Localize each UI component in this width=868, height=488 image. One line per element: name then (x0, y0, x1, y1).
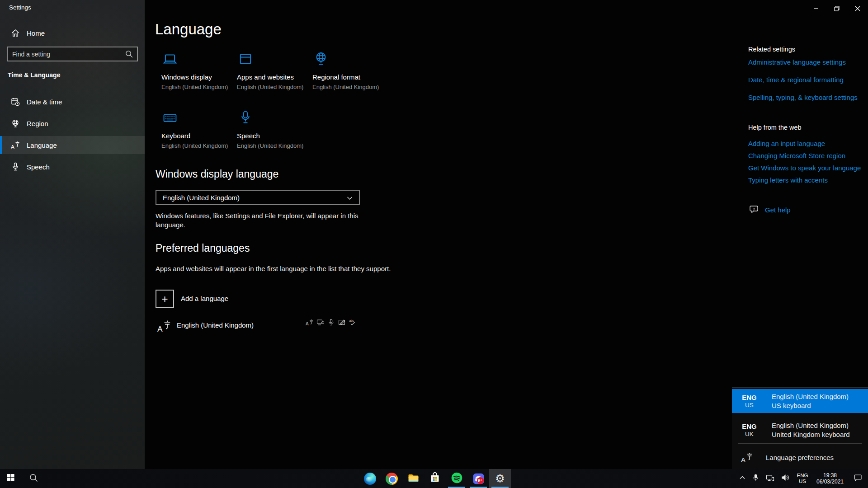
tray-language-bottom: US (799, 479, 806, 484)
chrome-app-button[interactable] (381, 469, 402, 488)
speech-feature-icon (327, 319, 335, 326)
language-option-keyboard: United Kingdom keyboard (772, 430, 850, 439)
language-icon: A (157, 319, 171, 333)
tile-apps-websites[interactable]: Apps and websites English (United Kingdo… (237, 51, 310, 99)
sidebar-item-speech[interactable]: Speech (0, 158, 145, 176)
link-windows-speak-language[interactable]: Get Windows to speak your language (748, 164, 861, 172)
language-option-text: English (United Kingdom) United Kingdom … (772, 421, 850, 439)
tray-microphone-button[interactable] (749, 469, 762, 488)
language-abbr-bottom: UK (738, 431, 760, 437)
speaker-icon (781, 474, 789, 483)
search-box[interactable] (7, 47, 138, 61)
language-abbr: ENG UK (738, 422, 760, 437)
tray-volume-button[interactable] (778, 469, 793, 488)
microphone-icon (237, 109, 254, 127)
close-icon (855, 5, 860, 13)
file-explorer-icon (407, 472, 420, 486)
tray-language-indicator[interactable]: ENG US (793, 469, 812, 488)
desk-globe-icon (312, 51, 330, 68)
preferred-language-row[interactable]: A English (United Kingdom) A abc (156, 315, 377, 336)
search-input[interactable] (8, 47, 125, 61)
get-help-link[interactable]: Get help (765, 206, 791, 214)
sidebar-item-label: Speech (27, 163, 50, 171)
microsoft-store-button[interactable] (424, 469, 446, 488)
language-abbr-top: ENG (738, 394, 760, 401)
calendar-clock-icon (11, 97, 20, 106)
tray-time: 19:38 (823, 472, 837, 479)
link-adding-input-language[interactable]: Adding an input language (748, 140, 825, 147)
taskbar-search-button[interactable] (23, 469, 44, 488)
language-option-us-keyboard[interactable]: ENG US English (United Kingdom) US keybo… (732, 389, 868, 413)
tile-name: Apps and websites (237, 73, 310, 81)
related-settings-heading: Related settings (748, 46, 795, 53)
link-date-time-regional-formatting[interactable]: Date, time & regional formatting (748, 76, 844, 84)
edge-app-button[interactable] (359, 469, 381, 488)
language-abbr: ENG US (738, 394, 760, 408)
microphone-icon (752, 474, 760, 483)
help-chat-icon: ? (749, 204, 760, 215)
display-language-dropdown[interactable]: English (United Kingdom) (156, 190, 360, 205)
language-abbr-top: ENG (738, 422, 760, 430)
language-option-text: English (United Kingdom) US keyboard (772, 392, 849, 410)
tray-language-top: ENG (797, 473, 808, 479)
sidebar-item-date-time[interactable]: Date & time (0, 93, 145, 111)
microsoft-store-icon (429, 472, 441, 485)
close-button[interactable] (847, 0, 868, 18)
discord-app-button[interactable]: 9+ (467, 469, 489, 488)
sidebar-home-label: Home (27, 29, 45, 37)
sidebar-item-language[interactable]: A Language (0, 136, 145, 154)
start-button[interactable] (0, 469, 22, 488)
add-language-label[interactable]: Add a language (181, 295, 228, 302)
tile-speech[interactable]: Speech English (United Kingdom) (237, 109, 310, 157)
sidebar-item-label: Language (27, 141, 57, 149)
window-controls (806, 0, 868, 18)
tile-keyboard[interactable]: Keyboard English (United Kingdom) (161, 109, 235, 157)
language-preferences-label: Language preferences (766, 454, 834, 461)
chevron-up-icon (739, 474, 745, 483)
add-language-button[interactable]: + (156, 290, 174, 308)
text-to-speech-feature-icon (316, 319, 324, 326)
link-administrative-language-settings[interactable]: Administrative language settings (748, 58, 846, 66)
tile-value: English (United Kingdom) (237, 142, 310, 149)
basic-typing-feature-icon: abc (349, 319, 357, 326)
spotify-app-button[interactable] (446, 469, 467, 488)
language-option-uk-keyboard[interactable]: ENG UK English (United Kingdom) United K… (732, 418, 868, 442)
language-option-name: English (United Kingdom) (772, 421, 850, 430)
tray-network-button[interactable] (762, 469, 778, 488)
tray-chevron-up-button[interactable] (736, 469, 749, 488)
tile-regional-format[interactable]: Regional format English (United Kingdom) (312, 51, 386, 99)
discord-icon: 9+ (472, 473, 485, 485)
plus-icon: + (161, 294, 168, 305)
system-tray: ENG US 19:38 06/03/2021 (736, 469, 867, 488)
settings-app-button[interactable]: ⚙ (489, 469, 511, 488)
laptop-icon (161, 51, 179, 68)
display-language-description: Windows features, like Settings and File… (156, 211, 369, 229)
language-option-name: English (United Kingdom) (772, 392, 849, 401)
search-icon (29, 474, 38, 484)
restore-button[interactable] (826, 0, 847, 18)
sidebar-item-home[interactable]: Home (0, 24, 145, 42)
link-spelling-typing-keyboard[interactable]: Spelling, typing, & keyboard settings (748, 94, 858, 101)
ethernet-network-icon (766, 474, 774, 483)
svg-text:?: ? (753, 207, 755, 211)
link-changing-store-region[interactable]: Changing Microsoft Store region (748, 152, 845, 160)
globe-icon (11, 119, 20, 128)
language-switcher-popup: ENG US English (United Kingdom) US keybo… (732, 387, 868, 469)
language-preferences-item[interactable]: A Language preferences (732, 447, 868, 468)
action-center-icon (854, 474, 862, 483)
section-heading-display-language: Windows display language (156, 168, 278, 180)
action-center-button[interactable] (848, 469, 867, 488)
tile-value: English (United Kingdom) (161, 142, 235, 149)
search-icon[interactable] (125, 50, 133, 58)
file-explorer-button[interactable] (402, 469, 424, 488)
tray-clock[interactable]: 19:38 06/03/2021 (812, 469, 848, 488)
keyboard-icon (161, 109, 179, 127)
svg-text:A: A (741, 456, 745, 463)
sidebar-item-region[interactable]: Region (0, 114, 145, 132)
spotify-icon (451, 472, 463, 486)
minimize-button[interactable] (806, 0, 826, 18)
link-typing-letters-accents[interactable]: Typing letters with accents (748, 176, 828, 184)
sidebar-item-label: Date & time (27, 98, 62, 106)
tray-date: 06/03/2021 (816, 479, 844, 485)
tile-windows-display[interactable]: Windows display English (United Kingdom) (161, 51, 235, 99)
